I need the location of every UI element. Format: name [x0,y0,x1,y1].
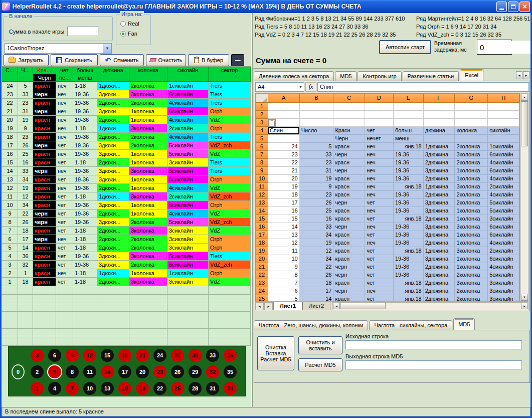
excel-cell-E25[interactable]: янв.18 [394,295,424,301]
excel-row-header-20[interactable]: 20 [256,255,268,263]
excel-row-header-10[interactable]: 10 [256,175,268,183]
excel-cell-D18[interactable]: неч [365,239,394,247]
excel-cell-A8[interactable]: 22 [268,159,300,167]
excel-row-header-21[interactable]: 21 [256,263,268,271]
excel-cell-C23[interactable]: красн [333,279,365,287]
excel-cell-B6[interactable]: 5 [300,143,334,151]
excel-cell-H1[interactable] [488,103,519,111]
excel-row-header-17[interactable]: 17 [256,231,268,239]
excel-row-header-13[interactable]: 13 [256,199,268,207]
wheel-number-16[interactable]: 16 [118,382,131,395]
wheel-number-22[interactable]: 22 [153,382,166,395]
excel-cell-F7[interactable]: 3дюжина [424,151,455,159]
excel-cell-A2[interactable] [268,111,300,119]
minimize-button[interactable] [496,2,507,12]
excel-cell-F19[interactable]: 1дюжина [424,247,455,255]
excel-cell-E4[interactable]: больш [394,127,424,135]
excel-cell-H2[interactable] [488,111,519,119]
excel-cell-D13[interactable]: чет [365,199,394,207]
delay-input[interactable] [478,41,532,54]
excel-cell-B14[interactable]: 25 [300,207,334,215]
tab-sectors[interactable]: Деление колеса на сектора [254,71,334,81]
excel-cell-A4[interactable]: Спин [268,127,300,135]
excel-cell-H15[interactable]: 3сиклайн [488,215,519,223]
excel-row-header-1[interactable]: 1 [256,103,268,111]
excel-cell-E19[interactable]: янв.18 [394,247,424,255]
excel-cell-F13[interactable]: 3дюжина [424,199,455,207]
excel-cell-B8[interactable]: 23 [300,159,334,167]
excel-cell-E16[interactable]: 19-36 [394,223,424,231]
excel-cell-G17[interactable]: 1колонка [455,231,488,239]
excel-cell-D6[interactable]: неч [365,143,394,151]
excel-row-header-12[interactable]: 12 [256,191,268,199]
excel-cell-C22[interactable]: черн [333,271,365,279]
excel-cell-D1[interactable] [365,103,394,111]
excel-cell-A10[interactable]: 20 [268,175,300,183]
excel-cell-F1[interactable] [424,103,455,111]
wheel-number-36[interactable]: 36 [224,349,237,362]
excel-cell-B15[interactable]: 16 [300,215,334,223]
excel-cell-C14[interactable]: красн [333,207,365,215]
copy-to-buffer-button[interactable]: В буфер [188,54,229,66]
excel-cell-B10[interactable]: 19 [300,175,334,183]
excel-row-header-25[interactable]: 25 [256,295,268,301]
excel-col-header-D[interactable]: D [365,94,394,103]
excel-cell-E17[interactable]: 19-36 [394,231,424,239]
wheel-number-14[interactable]: 14 [101,365,114,378]
excel-cell-B20[interactable]: 34 [300,255,334,263]
excel-cell-B25[interactable]: 14 [300,295,334,301]
excel-cell-A17[interactable]: 13 [268,231,300,239]
wheel-number-30[interactable]: 30 [189,349,202,362]
wheel-number-8[interactable]: 8 [66,365,79,378]
wheel-number-11[interactable]: 11 [83,365,96,378]
excel-row-header-7[interactable]: 7 [256,151,268,159]
excel-row-header-19[interactable]: 19 [256,247,268,255]
excel-cell-D25[interactable]: чет [365,295,394,301]
excel-cell-C7[interactable]: черн [333,151,365,159]
wheel-number-31[interactable]: 31 [206,382,219,395]
excel-row-header-15[interactable]: 15 [256,215,268,223]
excel-cell-C8[interactable]: красн [333,159,365,167]
excel-cell-E1[interactable] [394,103,424,111]
excel-cell-D10[interactable]: неч [365,175,394,183]
wheel-number-20[interactable]: 20 [136,365,149,378]
excel-cell-G7[interactable]: 3колонка [455,151,488,159]
excel-row-header-3[interactable]: 3 [256,119,268,127]
excel-cell-G5[interactable] [455,135,488,143]
scroll-down-button[interactable]: ▼ [521,294,528,301]
excel-cell-F3[interactable] [424,119,455,127]
excel-cell-G11[interactable]: 3колонка [455,183,488,191]
excel-cell-F5[interactable] [424,135,455,143]
wheel-number-18[interactable]: 18 [118,349,131,362]
excel-cell-D16[interactable]: неч [365,223,394,231]
excel-cell-E7[interactable]: 19-36 [394,151,424,159]
excel-cell-F15[interactable]: 2дюжина [424,215,455,223]
formula-input[interactable]: Спин [317,82,529,92]
excel-cell-C2[interactable] [333,111,365,119]
excel-cell-H25[interactable]: 3сиклайн [488,295,519,301]
excel-cell-F6[interactable]: 1дюжина [424,143,455,151]
excel-cell-B23[interactable]: 18 [300,279,334,287]
excel-row-header-4[interactable]: 4 [256,127,268,135]
wheel-number-25[interactable]: 25 [171,382,184,395]
sheet-nav-left-button[interactable]: ◄ [255,302,264,310]
tab-freq-chances[interactable]: Частота - Zero, шансы, дюжины, колонки [254,320,368,330]
tab-articles[interactable]: Различные статьи [403,71,459,81]
excel-cell-G12[interactable]: 2колонка [455,191,488,199]
excel-cell-H11[interactable]: 2сиклайн [488,183,519,191]
excel-cell-G19[interactable]: 3колонка [455,247,488,255]
excel-cell-H21[interactable]: 4сиклайн [488,263,519,271]
excel-row-header-22[interactable]: 22 [256,271,268,279]
excel-cell-D9[interactable]: неч [365,167,394,175]
clear-button[interactable]: Очистить [146,54,186,66]
excel-cell-A18[interactable]: 12 [268,239,300,247]
excel-cell-G15[interactable]: 1колонка [455,215,488,223]
excel-cell-E11[interactable]: янв.18 [394,183,424,191]
excel-cell-C10[interactable]: красн [333,175,365,183]
excel-cell-C3[interactable] [333,119,365,127]
excel-cell-F21[interactable]: 2дюжина [424,263,455,271]
excel-cell-C13[interactable]: черн [333,199,365,207]
excel-row-header-16[interactable]: 16 [256,223,268,231]
excel-cell-H14[interactable]: 5сиклайн [488,207,519,215]
excel-cell-H9[interactable]: 6сиклайн [488,167,519,175]
